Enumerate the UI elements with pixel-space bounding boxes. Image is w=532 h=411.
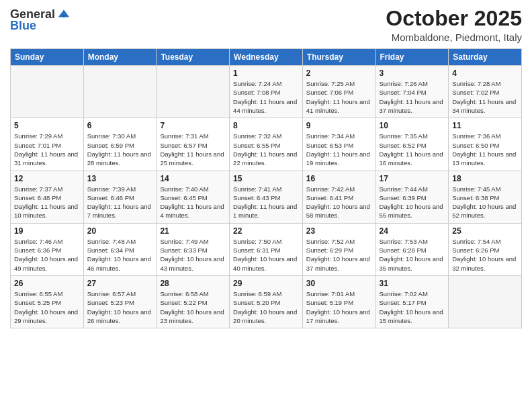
col-thursday: Thursday [302, 49, 375, 66]
week-row-1: 5Sunrise: 7:29 AMSunset: 7:01 PMDaylight… [11, 118, 522, 171]
day-number: 30 [306, 279, 372, 288]
day-number: 13 [87, 174, 153, 183]
calendar-cell: 18Sunrise: 7:45 AMSunset: 6:38 PMDayligh… [449, 171, 522, 223]
calendar-cell: 31Sunrise: 7:02 AMSunset: 5:17 PMDayligh… [375, 275, 449, 328]
col-wednesday: Wednesday [230, 49, 303, 66]
day-info: Sunrise: 7:41 AMSunset: 6:43 PMDaylight:… [233, 185, 299, 220]
day-number: 24 [380, 226, 445, 236]
calendar-cell: 12Sunrise: 7:37 AMSunset: 6:48 PMDayligh… [11, 171, 84, 223]
day-info: Sunrise: 6:57 AMSunset: 5:23 PMDaylight:… [87, 289, 153, 325]
day-number: 19 [14, 226, 80, 236]
day-info: Sunrise: 7:37 AMSunset: 6:48 PMDaylight:… [14, 185, 80, 220]
day-info: Sunrise: 6:55 AMSunset: 5:25 PMDaylight:… [14, 289, 80, 325]
svg-rect-0 [62, 15, 65, 17]
day-number: 31 [380, 279, 445, 288]
calendar-cell: 30Sunrise: 7:01 AMSunset: 5:19 PMDayligh… [302, 275, 375, 328]
col-sunday: Sunday [11, 49, 84, 66]
calendar-cell: 1Sunrise: 7:24 AMSunset: 7:08 PMDaylight… [230, 66, 303, 118]
day-number: 2 [306, 68, 372, 78]
month-title: October 2025 [386, 7, 522, 30]
day-number: 4 [452, 68, 518, 78]
calendar-cell: 21Sunrise: 7:49 AMSunset: 6:33 PMDayligh… [157, 223, 230, 275]
calendar-cell: 27Sunrise: 6:57 AMSunset: 5:23 PMDayligh… [83, 275, 157, 328]
calendar-cell: 23Sunrise: 7:52 AMSunset: 6:29 PMDayligh… [302, 223, 375, 275]
day-number: 22 [233, 226, 299, 236]
calendar-cell: 6Sunrise: 7:30 AMSunset: 6:59 PMDaylight… [83, 118, 157, 171]
day-number: 28 [160, 279, 226, 288]
calendar-cell: 22Sunrise: 7:50 AMSunset: 6:31 PMDayligh… [230, 223, 303, 275]
day-number: 7 [160, 121, 226, 130]
day-info: Sunrise: 7:52 AMSunset: 6:29 PMDaylight:… [306, 237, 372, 273]
day-info: Sunrise: 7:25 AMSunset: 7:06 PMDaylight:… [306, 79, 372, 115]
day-number: 1 [233, 68, 299, 78]
day-info: Sunrise: 7:44 AMSunset: 6:39 PMDaylight:… [380, 185, 445, 220]
day-info: Sunrise: 7:40 AMSunset: 6:45 PMDaylight:… [160, 185, 226, 220]
day-info: Sunrise: 7:30 AMSunset: 6:59 PMDaylight:… [87, 132, 153, 167]
day-info: Sunrise: 7:50 AMSunset: 6:31 PMDaylight:… [233, 237, 299, 273]
day-info: Sunrise: 7:35 AMSunset: 6:52 PMDaylight:… [380, 132, 445, 167]
calendar-cell: 2Sunrise: 7:25 AMSunset: 7:06 PMDaylight… [302, 66, 375, 118]
day-number: 27 [87, 279, 153, 288]
day-number: 29 [233, 279, 299, 288]
calendar-cell: 10Sunrise: 7:35 AMSunset: 6:52 PMDayligh… [375, 118, 449, 171]
day-number: 25 [452, 226, 518, 236]
day-info: Sunrise: 7:01 AMSunset: 5:19 PMDaylight:… [306, 289, 372, 325]
calendar-cell [449, 275, 522, 328]
calendar-cell: 25Sunrise: 7:54 AMSunset: 6:26 PMDayligh… [449, 223, 522, 275]
day-number: 17 [380, 174, 445, 183]
logo: General Blue [10, 7, 71, 33]
calendar-cell: 3Sunrise: 7:26 AMSunset: 7:04 PMDaylight… [375, 66, 449, 118]
calendar-cell: 24Sunrise: 7:53 AMSunset: 6:28 PMDayligh… [375, 223, 449, 275]
calendar-cell: 5Sunrise: 7:29 AMSunset: 7:01 PMDaylight… [11, 118, 84, 171]
calendar-table: Sunday Monday Tuesday Wednesday Thursday… [10, 48, 522, 328]
calendar-cell: 29Sunrise: 6:59 AMSunset: 5:20 PMDayligh… [230, 275, 303, 328]
day-info: Sunrise: 7:36 AMSunset: 6:50 PMDaylight:… [452, 132, 518, 167]
day-number: 14 [160, 174, 226, 183]
day-number: 23 [306, 226, 372, 236]
day-info: Sunrise: 7:32 AMSunset: 6:55 PMDaylight:… [233, 132, 299, 167]
calendar-cell: 8Sunrise: 7:32 AMSunset: 6:55 PMDaylight… [230, 118, 303, 171]
calendar-cell [83, 66, 157, 118]
day-info: Sunrise: 7:49 AMSunset: 6:33 PMDaylight:… [160, 237, 226, 273]
day-info: Sunrise: 7:31 AMSunset: 6:57 PMDaylight:… [160, 132, 226, 167]
week-row-0: 1Sunrise: 7:24 AMSunset: 7:08 PMDaylight… [11, 66, 522, 118]
day-number: 10 [380, 121, 445, 130]
calendar-cell: 11Sunrise: 7:36 AMSunset: 6:50 PMDayligh… [449, 118, 522, 171]
title-block: October 2025 Mombaldone, Piedmont, Italy [386, 7, 522, 43]
day-number: 3 [380, 68, 445, 78]
day-info: Sunrise: 7:42 AMSunset: 6:41 PMDaylight:… [306, 185, 372, 220]
day-info: Sunrise: 7:28 AMSunset: 7:02 PMDaylight:… [452, 79, 518, 115]
day-info: Sunrise: 7:26 AMSunset: 7:04 PMDaylight:… [380, 79, 445, 115]
calendar-cell: 17Sunrise: 7:44 AMSunset: 6:39 PMDayligh… [375, 171, 449, 223]
day-info: Sunrise: 7:24 AMSunset: 7:08 PMDaylight:… [233, 79, 299, 115]
week-row-2: 12Sunrise: 7:37 AMSunset: 6:48 PMDayligh… [11, 171, 522, 223]
day-info: Sunrise: 7:34 AMSunset: 6:53 PMDaylight:… [306, 132, 372, 167]
calendar-cell: 28Sunrise: 6:58 AMSunset: 5:22 PMDayligh… [157, 275, 230, 328]
day-number: 26 [14, 279, 80, 288]
day-info: Sunrise: 7:54 AMSunset: 6:26 PMDaylight:… [452, 237, 518, 273]
day-number: 16 [306, 174, 372, 183]
day-number: 9 [306, 121, 372, 130]
week-row-3: 19Sunrise: 7:46 AMSunset: 6:36 PMDayligh… [11, 223, 522, 275]
calendar-cell: 4Sunrise: 7:28 AMSunset: 7:02 PMDaylight… [449, 66, 522, 118]
logo-icon [56, 7, 71, 21]
day-info: Sunrise: 7:53 AMSunset: 6:28 PMDaylight:… [380, 237, 445, 273]
calendar-cell: 16Sunrise: 7:42 AMSunset: 6:41 PMDayligh… [302, 171, 375, 223]
calendar-cell [11, 66, 84, 118]
day-number: 20 [87, 226, 153, 236]
header: General Blue October 2025 Mombaldone, Pi… [10, 7, 522, 43]
day-number: 12 [14, 174, 80, 183]
calendar-cell: 14Sunrise: 7:40 AMSunset: 6:45 PMDayligh… [157, 171, 230, 223]
location-title: Mombaldone, Piedmont, Italy [386, 32, 522, 43]
col-saturday: Saturday [449, 49, 522, 66]
page: General Blue October 2025 Mombaldone, Pi… [0, 0, 532, 411]
calendar-cell: 7Sunrise: 7:31 AMSunset: 6:57 PMDaylight… [157, 118, 230, 171]
calendar-cell: 13Sunrise: 7:39 AMSunset: 6:46 PMDayligh… [83, 171, 157, 223]
col-monday: Monday [83, 49, 157, 66]
day-number: 5 [14, 121, 80, 130]
day-number: 8 [233, 121, 299, 130]
calendar-cell: 20Sunrise: 7:48 AMSunset: 6:34 PMDayligh… [83, 223, 157, 275]
day-number: 15 [233, 174, 299, 183]
day-number: 11 [452, 121, 518, 130]
day-info: Sunrise: 7:29 AMSunset: 7:01 PMDaylight:… [14, 132, 80, 167]
